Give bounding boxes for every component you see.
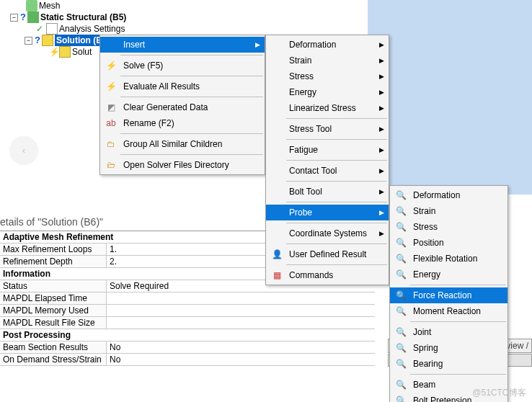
menu-strain[interactable]: Strain▶ bbox=[266, 53, 389, 68]
section-post[interactable]: Post Processing bbox=[0, 329, 375, 341]
probe-icon: 🔍 bbox=[393, 326, 409, 339]
probe-strain[interactable]: 🔍Strain bbox=[390, 203, 507, 219]
blank-icon bbox=[269, 54, 285, 67]
separator bbox=[286, 244, 387, 244]
chevron-right-icon: ▶ bbox=[379, 73, 384, 80]
blank-icon bbox=[269, 227, 285, 240]
row-mapdl-elapsed[interactable]: MAPDL Elapsed Time bbox=[0, 292, 375, 305]
question-icon: ? bbox=[20, 12, 26, 23]
probe-icon: 🔍 bbox=[393, 341, 409, 354]
separator bbox=[120, 154, 263, 155]
blank-icon bbox=[269, 38, 285, 51]
probe-bearing[interactable]: 🔍Bearing bbox=[390, 356, 507, 372]
blank-icon bbox=[269, 122, 285, 135]
tree-label: Static Structural (B5) bbox=[40, 12, 126, 23]
probe-energy[interactable]: 🔍Energy bbox=[390, 267, 507, 282]
chevron-right-icon: ▶ bbox=[379, 125, 384, 133]
menu-clear[interactable]: ◩Clear Generated Data bbox=[100, 99, 265, 115]
info-icon bbox=[59, 46, 71, 58]
menu-insert[interactable]: Insert▶ bbox=[100, 37, 265, 53]
chevron-right-icon: ▶ bbox=[379, 146, 384, 153]
submenu-probe: 🔍Deformation 🔍Strain 🔍Stress 🔍Position 🔍… bbox=[389, 185, 508, 402]
chevron-right-icon: ▶ bbox=[379, 188, 384, 195]
question-icon: ? bbox=[35, 35, 40, 46]
probe-force-reaction[interactable]: 🔍Force Reaction bbox=[390, 287, 507, 303]
collapse-icon[interactable]: − bbox=[10, 14, 18, 22]
probe-icon: 🔍 bbox=[393, 289, 409, 302]
chevron-right-icon: ▶ bbox=[379, 230, 384, 237]
commands-icon: ▦ bbox=[269, 269, 285, 282]
folder-icon: 🗀 bbox=[103, 138, 119, 151]
row-on-demand[interactable]: On Demand Stress/StrainNo bbox=[0, 354, 375, 366]
chevron-right-icon: ▶ bbox=[379, 167, 384, 174]
tree-label: Mesh bbox=[39, 0, 60, 12]
menu-probe[interactable]: Probe▶ bbox=[266, 205, 389, 220]
menu-bolt-tool[interactable]: Bolt Tool▶ bbox=[266, 184, 389, 200]
menu-coordinate-systems[interactable]: Coordinate Systems▶ bbox=[266, 225, 389, 241]
probe-flexible-rotation[interactable]: 🔍Flexible Rotation bbox=[390, 251, 507, 267]
solution-icon bbox=[42, 35, 53, 46]
menu-user-defined[interactable]: 👤User Defined Result bbox=[266, 246, 389, 262]
blank-icon bbox=[269, 185, 285, 198]
menu-energy[interactable]: Energy▶ bbox=[266, 84, 389, 100]
separator bbox=[120, 133, 263, 134]
blank-icon bbox=[269, 102, 285, 115]
chevron-right-icon: ▶ bbox=[379, 41, 384, 48]
separator bbox=[120, 97, 263, 97]
probe-icon: 🔍 bbox=[393, 252, 409, 265]
menu-commands[interactable]: ▦Commands bbox=[266, 267, 389, 283]
menu-fatigue[interactable]: Fatigue▶ bbox=[266, 142, 389, 158]
probe-moment-reaction[interactable]: 🔍Moment Reaction bbox=[390, 303, 507, 319]
separator bbox=[286, 223, 387, 223]
menu-rename[interactable]: abRename (F2) bbox=[100, 115, 265, 131]
context-menu-solution: Insert▶ ⚡Solve (F5) ⚡Evaluate All Result… bbox=[99, 35, 265, 175]
separator bbox=[120, 76, 263, 76]
separator bbox=[286, 202, 387, 202]
probe-stress[interactable]: 🔍Stress bbox=[390, 219, 507, 235]
probe-spring[interactable]: 🔍Spring bbox=[390, 340, 507, 356]
chevron-right-icon: ▶ bbox=[379, 209, 384, 216]
row-mapdl-memory[interactable]: MAPDL Memory Used bbox=[0, 305, 375, 317]
probe-icon: 🔍 bbox=[393, 378, 409, 391]
submenu-insert: Deformation▶ Strain▶ Stress▶ Energy▶ Lin… bbox=[265, 35, 389, 285]
row-mapdl-result-size[interactable]: MAPDL Result File Size bbox=[0, 317, 375, 329]
back-button[interactable]: ‹ bbox=[10, 137, 37, 164]
probe-deformation[interactable]: 🔍Deformation bbox=[390, 187, 507, 203]
collapse-icon[interactable]: − bbox=[25, 37, 32, 45]
separator bbox=[120, 55, 263, 55]
chevron-right-icon: ▶ bbox=[379, 89, 384, 96]
row-beam-section[interactable]: Beam Section ResultsNo bbox=[0, 341, 375, 354]
probe-icon: 🔍 bbox=[393, 394, 409, 402]
tree-item-mesh[interactable]: Mesh bbox=[7, 0, 126, 12]
menu-evaluate[interactable]: ⚡Evaluate All Results bbox=[100, 79, 265, 94]
menu-stress[interactable]: Stress▶ bbox=[266, 68, 389, 84]
menu-group[interactable]: 🗀Group All Similar Children bbox=[100, 136, 265, 152]
bolt-icon: ⚡ bbox=[103, 80, 119, 93]
menu-stress-tool[interactable]: Stress Tool▶ bbox=[266, 121, 389, 137]
tree-item-static-structural[interactable]: − ? Static Structural (B5) bbox=[7, 12, 126, 23]
check-icon: ✓ bbox=[36, 23, 46, 35]
separator bbox=[286, 118, 387, 119]
separator bbox=[286, 139, 387, 140]
separator bbox=[286, 160, 387, 161]
menu-contact-tool[interactable]: Contact Tool▶ bbox=[266, 163, 389, 179]
bolt-icon: ⚡ bbox=[49, 46, 59, 58]
watermark: @51CTO博客 bbox=[472, 387, 526, 399]
mesh-icon bbox=[26, 0, 37, 12]
tree-item-analysis-settings[interactable]: ✓ Analysis Settings bbox=[7, 23, 126, 35]
menu-deformation[interactable]: Deformation▶ bbox=[266, 37, 389, 53]
menu-open-solver[interactable]: 🗁Open Solver Files Directory bbox=[100, 157, 265, 173]
probe-position[interactable]: 🔍Position bbox=[390, 235, 507, 251]
user-icon: 👤 bbox=[269, 248, 285, 261]
blank-icon bbox=[269, 206, 285, 219]
separator bbox=[410, 285, 506, 285]
menu-solve[interactable]: ⚡Solve (F5) bbox=[100, 58, 265, 73]
probe-icon: 🔍 bbox=[393, 205, 409, 218]
separator bbox=[410, 321, 506, 322]
menu-linearized-stress[interactable]: Linearized Stress▶ bbox=[266, 100, 389, 116]
chevron-right-icon: ▶ bbox=[255, 41, 260, 48]
probe-joint[interactable]: 🔍Joint bbox=[390, 324, 507, 340]
folder-open-icon: 🗁 bbox=[103, 158, 119, 171]
separator bbox=[286, 264, 387, 265]
structural-icon bbox=[27, 12, 39, 23]
